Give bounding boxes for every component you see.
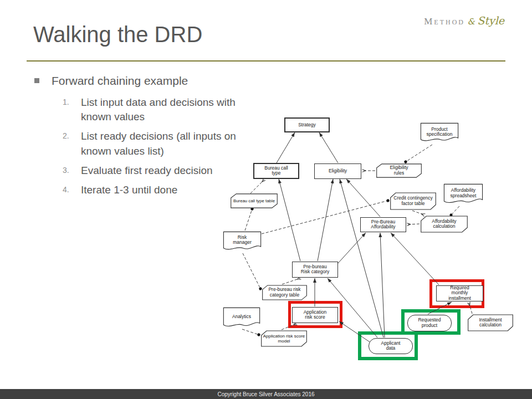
node-affordability-spreadsheet: Affordability spreadsheet xyxy=(443,183,483,207)
node-application-risk-score-model: Application risk score model xyxy=(260,330,308,347)
square-bullet-icon xyxy=(34,78,39,83)
node-eligibility: Eligibility xyxy=(314,163,361,179)
logo-style-text: Style xyxy=(477,14,504,27)
edge-credit-contingency-factor-table-to-affordability-calculation xyxy=(412,211,424,215)
node-installment-calculation: Installment calculation xyxy=(467,314,514,331)
copyright-text: Copyright Bruce Silver Associates 2016 xyxy=(217,391,314,397)
edge-required-monthly-installment-to-pre-bureau-affordability xyxy=(391,233,439,285)
bullet-heading: Forward chaining example xyxy=(52,74,188,88)
edge-pre-bureau-risk-category-to-bureau-call-type xyxy=(279,179,300,261)
bullet-heading-row: Forward chaining example xyxy=(34,74,234,88)
page-title: Walking the DRD xyxy=(33,22,202,47)
edge-bureau-call-type-to-strategy xyxy=(277,132,295,163)
node-requested-product: Requested product xyxy=(407,315,452,331)
node-bureau-call-type: Bureau call type xyxy=(253,163,299,179)
edge-application-risk-score-model-to-application-risk-score xyxy=(282,324,296,330)
edge-eligibility-to-strategy xyxy=(319,132,338,163)
node-credit-contingency-factor-table: Credit contingency factor table xyxy=(390,192,437,210)
edge-applicant-data-to-pre-bureau-affordability xyxy=(380,233,385,337)
node-required-monthly-installment: Required monthly installment xyxy=(436,285,483,301)
node-applicant-data: Applicant data xyxy=(369,338,413,354)
node-risk-manager: Risk manager xyxy=(223,231,262,253)
logo-method-text: Method xyxy=(424,16,465,27)
edge-pre-bureau-affordability-to-eligibility xyxy=(346,179,380,217)
footer-bar: Copyright Bruce Silver Associates 2016 xyxy=(0,389,532,399)
edge-affordability-spreadsheet-to-affordability-calculation xyxy=(451,206,459,215)
edge-bureau-call-type-table-to-bureau-call-type xyxy=(250,180,264,193)
node-eligibility-rules: Eligibility rules xyxy=(376,163,422,178)
numbered-step-list: List input data and decisions with known… xyxy=(34,95,243,197)
bullet-content: Forward chaining example List input data… xyxy=(34,74,234,202)
node-pre-bureau-affordability: Pre-Bureau Affordability xyxy=(360,217,406,232)
edge-risk-manager-to-bureau-call-type-table xyxy=(245,209,252,231)
node-strategy: Strategy xyxy=(284,117,330,132)
drd-diagram: Strategy Bureau call type Eligibility El… xyxy=(219,114,521,370)
method-and-style-logo: Method & Style xyxy=(424,14,504,27)
node-product-specification: Product specification xyxy=(420,122,459,145)
edge-product-specification-to-eligibility-rules xyxy=(406,145,432,162)
node-analytics: Analytics xyxy=(223,307,260,330)
edge-requested-product-to-required-monthly-installment xyxy=(428,302,452,314)
node-bureau-call-type-table: Bureau call type table xyxy=(230,193,278,208)
edge-pre-bureau-risk-category-to-eligibility xyxy=(318,179,333,261)
edge-pre-bureau-risk-category-to-pre-bureau-affordability xyxy=(337,233,366,264)
edge-affordability-calculation-to-pre-bureau-affordability xyxy=(407,224,420,224)
node-pre-bureau-risk-category: Pre-bureau Risk category xyxy=(292,262,338,278)
title-divider-line xyxy=(27,60,505,62)
edge-pre-bureau-risk-category-table-to-pre-bureau-risk-category xyxy=(282,278,300,284)
node-affordability-calculation: Affordability calculation xyxy=(420,216,468,233)
slide: Walking the DRD Method & Style Forward c… xyxy=(0,0,532,399)
node-application-risk-score: Application risk score xyxy=(292,307,338,323)
node-pre-bureau-risk-category-table: Pre-bureau risk category table xyxy=(262,285,308,300)
edge-risk-manager-to-pre-bureau-risk-category-table xyxy=(243,253,260,289)
logo-ampersand: & xyxy=(467,17,474,27)
edge-applicant-data-to-application-risk-score xyxy=(339,321,370,342)
edge-applicant-data-to-eligibility xyxy=(340,179,383,337)
edge-installment-calculation-to-required-monthly-installment xyxy=(469,303,472,314)
